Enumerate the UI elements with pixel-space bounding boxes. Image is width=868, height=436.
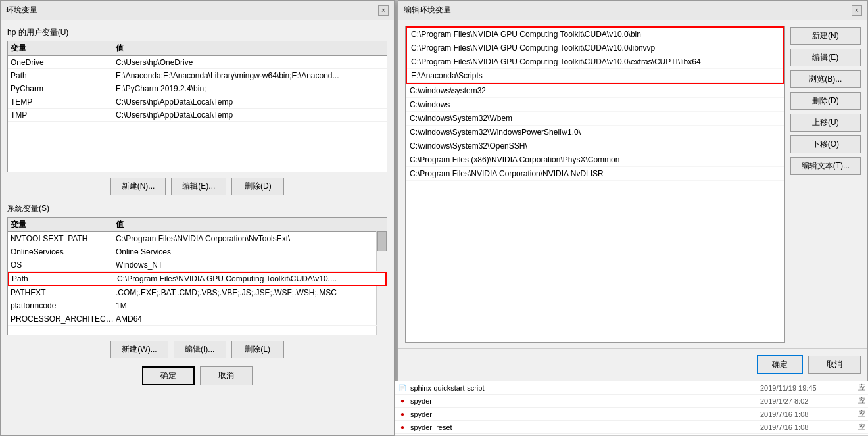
env-dialog-titlebar: 环境变量 × bbox=[1, 1, 394, 20]
env-dialog-body: hp 的用户变量(U) 变量 值 OneDrive C:\Users\hp\On… bbox=[1, 20, 394, 392]
path-list-item[interactable]: C:\Program Files\NVIDIA Corporation\NVID… bbox=[406, 167, 784, 181]
path-list-item[interactable]: C:\Program Files\NVIDIA GPU Computing To… bbox=[407, 55, 783, 69]
table-row[interactable]: NVTOOLSEXT_PATH C:\Program Files\NVIDIA … bbox=[8, 232, 387, 245]
path-list-item[interactable]: C:\windows bbox=[406, 98, 784, 112]
table-row[interactable]: OS Windows_NT bbox=[8, 258, 387, 272]
path-list-item[interactable]: E:\Anaconda\Scripts bbox=[407, 69, 783, 83]
row-var: PROCESSOR_ARCHITECT... bbox=[11, 314, 116, 324]
edit-up-btn[interactable]: 上移(U) bbox=[790, 114, 861, 132]
user-col-val-header: 值 bbox=[116, 43, 384, 54]
file-row[interactable]: ● spyder 2019/7/16 1:08 应 bbox=[395, 408, 868, 421]
env-dialog-close[interactable]: × bbox=[378, 5, 389, 16]
taskbar-area: 📄 sphinx-quickstart-script 2019/11/19 19… bbox=[395, 381, 868, 436]
sys-table-body: NVTOOLSEXT_PATH C:\Program Files\NVIDIA … bbox=[8, 232, 387, 334]
env-footer: 确定 取消 bbox=[7, 366, 387, 385]
path-list-item[interactable]: C:\windows\System32\WindowsPowerShell\v1… bbox=[406, 126, 784, 139]
table-row[interactable]: PyCharm E:\PyCharm 2019.2.4\bin; bbox=[8, 82, 387, 95]
row-var: OnlineServices bbox=[11, 247, 116, 256]
table-row[interactable]: Path E:\Anaconda;E:\Anaconda\Library\min… bbox=[8, 69, 387, 82]
row-val: C:\Users\hp\OneDrive bbox=[116, 58, 384, 67]
row-val: C:\Program Files\NVIDIA Corporation\NvTo… bbox=[116, 234, 384, 243]
edit-browse-btn[interactable]: 浏览(B)... bbox=[790, 70, 861, 88]
row-var: PATHEXT bbox=[11, 288, 116, 297]
file-size: 应 bbox=[839, 409, 865, 419]
user-edit-btn[interactable]: 编辑(E)... bbox=[171, 178, 226, 195]
file-list-area: 📄 sphinx-quickstart-script 2019/11/19 19… bbox=[395, 381, 868, 435]
edit-down-btn[interactable]: 下移(O) bbox=[790, 135, 861, 153]
edit-cancel-btn[interactable]: 取消 bbox=[808, 356, 861, 374]
table-row[interactable]: OneDrive C:\Users\hp\OneDrive bbox=[8, 56, 387, 69]
table-row[interactable]: PATHEXT .COM;.EXE;.BAT;.CMD;.VBS;.VBE;.J… bbox=[8, 286, 387, 299]
path-row-highlighted[interactable]: Path C:\Program Files\NVIDIA GPU Computi… bbox=[8, 272, 387, 286]
edit-dialog-close[interactable]: × bbox=[852, 5, 862, 16]
file-date: 2019/7/16 1:08 bbox=[760, 410, 839, 418]
row-val: 1M bbox=[116, 301, 384, 310]
sys-col-val-header: 值 bbox=[116, 219, 384, 230]
table-row[interactable]: platformcode 1M bbox=[8, 299, 387, 312]
row-var: Path bbox=[12, 274, 117, 283]
table-row[interactable]: TEMP C:\Users\hp\AppData\Local\Temp bbox=[8, 95, 387, 109]
file-size: 应 bbox=[839, 396, 865, 406]
env-dialog: 环境变量 × hp 的用户变量(U) 变量 值 OneDrive C:\User… bbox=[0, 0, 395, 436]
path-list-item[interactable]: C:\windows\system32 bbox=[406, 84, 784, 98]
table-row[interactable]: OnlineServices Online Services bbox=[8, 245, 387, 258]
sys-delete-btn[interactable]: 删除(L) bbox=[231, 341, 284, 358]
table-row[interactable]: TMP C:\Users\hp\AppData\Local\Temp bbox=[8, 109, 387, 122]
path-list-item[interactable]: C:\windows\System32\OpenSSH\ bbox=[406, 139, 784, 153]
row-var: Path bbox=[11, 71, 116, 80]
user-table-body: OneDrive C:\Users\hp\OneDrive Path E:\An… bbox=[8, 56, 387, 161]
env-cancel-btn[interactable]: 取消 bbox=[200, 366, 253, 385]
file-name: spyder bbox=[410, 410, 760, 418]
file-date: 2019/1/27 8:02 bbox=[760, 397, 839, 405]
row-var: OS bbox=[11, 260, 116, 270]
file-name: spyder_reset bbox=[410, 424, 760, 431]
sys-col-var-header: 变量 bbox=[11, 219, 116, 230]
sys-new-btn[interactable]: 新建(W)... bbox=[110, 341, 168, 358]
sys-btn-row: 新建(W)... 编辑(I)... 删除(L) bbox=[7, 341, 387, 358]
user-table-header: 变量 值 bbox=[8, 41, 387, 56]
user-variables-table: 变量 值 OneDrive C:\Users\hp\OneDrive Path … bbox=[7, 41, 387, 172]
file-row[interactable]: ● spyder 2019/1/27 8:02 应 bbox=[395, 395, 868, 408]
edit-delete-btn[interactable]: 删除(D) bbox=[790, 92, 861, 110]
row-var: OneDrive bbox=[11, 58, 116, 67]
edit-text-btn[interactable]: 编辑文本(T)... bbox=[790, 157, 861, 175]
row-val: Online Services bbox=[116, 247, 384, 256]
path-list-item[interactable]: C:\Program Files\NVIDIA GPU Computing To… bbox=[407, 41, 783, 55]
row-val: AMD64 bbox=[116, 314, 384, 324]
row-val: .COM;.EXE;.BAT;.CMD;.VBS;.VBE;.JS;.JSE;.… bbox=[116, 288, 384, 297]
file-icon: 📄 bbox=[397, 383, 408, 393]
edit-edit-btn[interactable]: 编辑(E) bbox=[790, 49, 861, 66]
edit-confirm-btn[interactable]: 确定 bbox=[757, 355, 803, 374]
user-new-btn[interactable]: 新建(N)... bbox=[110, 178, 166, 195]
table-row[interactable]: PROCESSOR_ARCHITECT... AMD64 bbox=[8, 312, 387, 326]
file-name: sphinx-quickstart-script bbox=[410, 384, 760, 392]
row-var: TMP bbox=[11, 110, 116, 120]
row-val: E:\Anaconda;E:\Anaconda\Library\mingw-w6… bbox=[116, 71, 384, 80]
user-delete-btn[interactable]: 删除(D) bbox=[231, 178, 284, 195]
sys-edit-btn[interactable]: 编辑(I)... bbox=[174, 341, 226, 358]
sys-variables-table: 变量 值 NVTOOLSEXT_PATH C:\Program Files\NV… bbox=[7, 217, 387, 335]
path-list-container: C:\Program Files\NVIDIA GPU Computing To… bbox=[405, 26, 785, 343]
edit-dialog-footer: 确定 取消 bbox=[398, 348, 867, 381]
edit-action-buttons: 新建(N) 编辑(E) 浏览(B)... 删除(D) 上移(U) 下移(O) 编… bbox=[790, 26, 861, 343]
row-var: PyCharm bbox=[11, 84, 116, 93]
row-val: C:\Users\hp\AppData\Local\Temp bbox=[116, 110, 384, 120]
edit-new-btn[interactable]: 新建(N) bbox=[790, 27, 861, 45]
file-icon: ● bbox=[397, 409, 408, 420]
file-name: spyder bbox=[410, 397, 760, 405]
file-size: 应 bbox=[839, 422, 865, 432]
file-row[interactable]: 📄 sphinx-quickstart-script 2019/11/19 19… bbox=[395, 381, 868, 395]
file-icon: ● bbox=[397, 422, 408, 433]
path-list-item[interactable]: C:\windows\System32\Wbem bbox=[406, 112, 784, 126]
file-date: 2019/7/16 1:08 bbox=[760, 424, 839, 431]
env-dialog-title: 环境变量 bbox=[6, 5, 37, 16]
path-list-item[interactable]: C:\Program Files (x86)\NVIDIA Corporatio… bbox=[406, 153, 784, 167]
path-list-item[interactable]: C:\Program Files\NVIDIA GPU Computing To… bbox=[407, 28, 783, 41]
edit-dialog-content: C:\Program Files\NVIDIA GPU Computing To… bbox=[398, 20, 867, 348]
file-date: 2019/11/19 19:45 bbox=[760, 384, 839, 392]
row-val: E:\PyCharm 2019.2.4\bin; bbox=[116, 84, 384, 93]
row-val: C:\Program Files\NVIDIA GPU Computing To… bbox=[117, 274, 383, 283]
highlighted-group: C:\Program Files\NVIDIA GPU Computing To… bbox=[406, 26, 784, 84]
file-row[interactable]: ● spyder_reset 2019/7/16 1:08 应 bbox=[395, 421, 868, 434]
env-confirm-btn[interactable]: 确定 bbox=[142, 366, 195, 385]
